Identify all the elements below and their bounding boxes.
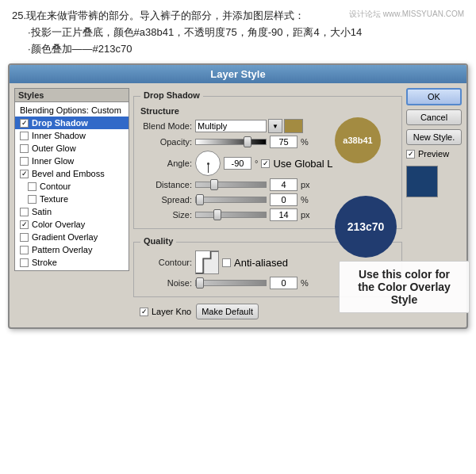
- preview-swatch: [406, 166, 438, 197]
- drop-shadow-item[interactable]: Drop Shadow: [15, 117, 129, 129]
- size-unit: px: [301, 210, 310, 220]
- noise-slider[interactable]: [195, 280, 267, 286]
- contour-checkbox[interactable]: [28, 182, 36, 191]
- use-color-box: Use this color forthe Color Overlay Styl…: [339, 261, 470, 313]
- color-overlay-item[interactable]: Color Overlay: [15, 218, 129, 231]
- angle-input[interactable]: [224, 157, 251, 170]
- size-thumb[interactable]: [213, 209, 221, 220]
- texture-checkbox[interactable]: [28, 195, 36, 204]
- bullet-1: ·投影一正片叠底，颜色#a38b41，不透明度75，角度-90，距离4，大小14: [12, 25, 464, 41]
- preview-checkbox[interactable]: [406, 150, 415, 159]
- contour-label: Contour:: [140, 258, 192, 267]
- bevel-emboss-checkbox[interactable]: [20, 170, 29, 178]
- noise-unit: %: [301, 278, 309, 288]
- drop-shadow-label: Drop Shadow: [32, 118, 88, 128]
- layer-knock-row: Layer Kno: [140, 307, 191, 316]
- drop-shadow-checkbox[interactable]: [20, 119, 29, 128]
- color-callout-a38b41-label: a38b41: [343, 136, 372, 145]
- opacity-unit: %: [301, 137, 309, 147]
- spread-slider[interactable]: [195, 197, 267, 203]
- structure-subtitle: Structure: [140, 106, 395, 116]
- inner-shadow-checkbox[interactable]: [20, 132, 29, 140]
- outer-glow-checkbox[interactable]: [20, 144, 29, 153]
- blend-mode-wrapper: Multiply ▼: [195, 119, 303, 133]
- styles-panel: Styles Blending Options: Custom Drop Sha…: [14, 88, 129, 323]
- blending-options-item[interactable]: Blending Options: Custom: [15, 104, 129, 117]
- spread-label: Spread:: [140, 195, 192, 205]
- ok-button[interactable]: OK: [406, 88, 462, 105]
- noise-thumb[interactable]: [196, 277, 204, 289]
- inner-shadow-item[interactable]: Inner Shadow: [15, 129, 129, 142]
- new-style-button[interactable]: New Style.: [406, 129, 462, 145]
- svg-marker-0: [196, 251, 218, 273]
- color-overlay-checkbox[interactable]: [20, 220, 29, 229]
- layer-knock-label: Layer Kno: [152, 307, 191, 316]
- inner-glow-label: Inner Glow: [32, 156, 74, 166]
- stroke-checkbox[interactable]: [20, 258, 29, 267]
- quality-section-title: Quality: [140, 236, 176, 246]
- outer-glow-label: Outer Glow: [32, 143, 76, 153]
- pattern-overlay-label: Pattern Overlay: [32, 245, 92, 254]
- blend-mode-select[interactable]: Multiply: [195, 120, 267, 132]
- inner-glow-checkbox[interactable]: [20, 157, 29, 166]
- color-callout-a38b41: a38b41: [335, 117, 381, 163]
- styles-panel-title: Styles: [14, 88, 129, 101]
- global-light-label: Use Global L: [273, 158, 332, 170]
- opacity-slider[interactable]: [195, 139, 267, 145]
- opacity-input[interactable]: [270, 136, 298, 148]
- distance-label: Distance:: [140, 180, 192, 189]
- spread-input[interactable]: [270, 193, 298, 206]
- stroke-label: Stroke: [32, 258, 57, 267]
- bevel-emboss-item[interactable]: Bevel and Emboss: [15, 167, 129, 180]
- distance-thumb[interactable]: [210, 179, 218, 190]
- color-callout-213c70: 213c70: [335, 196, 397, 258]
- global-light-row: Use Global L: [261, 158, 332, 170]
- outer-glow-item[interactable]: Outer Glow: [15, 142, 129, 155]
- spread-unit: %: [301, 195, 309, 205]
- angle-dial[interactable]: [195, 151, 221, 176]
- blending-options-label: Blending Options: Custom: [20, 105, 121, 115]
- pattern-overlay-checkbox[interactable]: [20, 246, 29, 254]
- stroke-item[interactable]: Stroke: [15, 256, 129, 269]
- preview-label: Preview: [418, 149, 449, 159]
- pattern-overlay-item[interactable]: Pattern Overlay: [15, 243, 129, 256]
- distance-input[interactable]: [270, 178, 298, 191]
- drop-shadow-section-title: Drop Shadow: [140, 90, 203, 100]
- blend-color-swatch[interactable]: [284, 119, 303, 133]
- noise-label: Noise:: [140, 278, 192, 288]
- anti-aliased-label: Anti-aliased: [234, 257, 288, 269]
- texture-item[interactable]: Texture: [15, 193, 129, 205]
- opacity-label: Opacity:: [140, 137, 192, 147]
- texture-label: Texture: [40, 194, 68, 204]
- color-callout-213c70-label: 213c70: [347, 220, 385, 233]
- bevel-emboss-label: Bevel and Emboss: [32, 169, 105, 178]
- contour-item[interactable]: Contour: [15, 180, 129, 193]
- distance-unit: px: [301, 180, 310, 189]
- gradient-overlay-item[interactable]: Gradient Overlay: [15, 231, 129, 243]
- inner-glow-item[interactable]: Inner Glow: [15, 155, 129, 167]
- noise-input[interactable]: [270, 277, 298, 289]
- blend-mode-label: Blend Mode:: [140, 121, 192, 131]
- make-default-button[interactable]: Make Default: [196, 304, 259, 319]
- opacity-thumb[interactable]: [244, 136, 251, 147]
- spread-thumb[interactable]: [196, 194, 204, 205]
- global-light-checkbox[interactable]: [261, 159, 270, 168]
- satin-label: Satin: [32, 207, 52, 216]
- layer-knock-checkbox[interactable]: [140, 308, 148, 316]
- anti-aliased-checkbox[interactable]: [222, 258, 231, 267]
- gradient-overlay-checkbox[interactable]: [20, 233, 29, 242]
- size-slider[interactable]: [195, 212, 267, 218]
- top-text-area: 设计论坛 www.MISSYUAN.COM 25.现在来做背带裤的部分。导入裤子…: [0, 0, 476, 63]
- satin-item[interactable]: Satin: [15, 205, 129, 218]
- size-input[interactable]: [270, 208, 298, 221]
- color-overlay-label: Color Overlay: [32, 220, 85, 229]
- gradient-overlay-label: Gradient Overlay: [32, 232, 98, 242]
- use-color-text: Use this color forthe Color Overlay Styl…: [358, 268, 451, 306]
- blend-mode-arrow[interactable]: ▼: [268, 119, 282, 133]
- contour-thumbnail[interactable]: [195, 250, 219, 274]
- distance-slider[interactable]: [195, 182, 267, 188]
- preview-row: Preview: [406, 149, 462, 159]
- angle-label: Angle:: [140, 159, 192, 168]
- cancel-button[interactable]: Cancel: [406, 109, 462, 125]
- satin-checkbox[interactable]: [20, 208, 29, 216]
